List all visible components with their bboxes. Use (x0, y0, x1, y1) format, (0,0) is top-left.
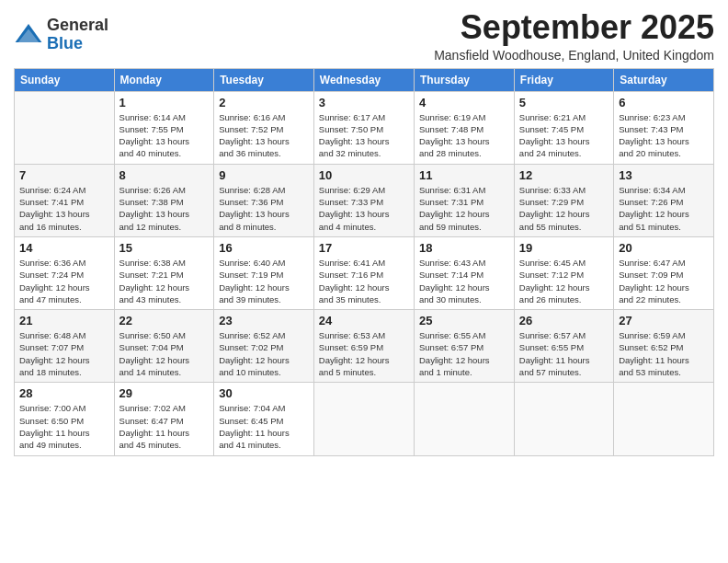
weekday-header-friday: Friday (514, 68, 613, 91)
day-number: 14 (19, 241, 109, 255)
calendar-cell: 10Sunrise: 6:29 AM Sunset: 7:33 PM Dayli… (313, 164, 414, 236)
calendar-cell: 24Sunrise: 6:53 AM Sunset: 6:59 PM Dayli… (313, 310, 414, 383)
day-number: 4 (419, 96, 509, 109)
calendar-cell: 13Sunrise: 6:34 AM Sunset: 7:26 PM Dayli… (614, 164, 714, 236)
calendar-cell: 12Sunrise: 6:33 AM Sunset: 7:29 PM Dayli… (514, 164, 613, 236)
day-info: Sunrise: 7:04 AM Sunset: 6:45 PM Dayligh… (219, 402, 309, 451)
weekday-header-tuesday: Tuesday (214, 68, 314, 91)
day-number: 27 (619, 314, 709, 327)
day-number: 25 (419, 314, 509, 327)
day-info: Sunrise: 6:23 AM Sunset: 7:43 PM Dayligh… (619, 111, 709, 160)
logo-blue: Blue (47, 34, 83, 52)
calendar-cell: 4Sunrise: 6:19 AM Sunset: 7:48 PM Daylig… (415, 91, 515, 164)
day-info: Sunrise: 6:14 AM Sunset: 7:55 PM Dayligh… (119, 111, 210, 160)
week-row-5: 28Sunrise: 7:00 AM Sunset: 6:50 PM Dayli… (15, 383, 714, 455)
day-number: 29 (119, 386, 210, 400)
day-number: 22 (119, 314, 210, 327)
calendar-cell: 21Sunrise: 6:48 AM Sunset: 7:07 PM Dayli… (15, 310, 115, 383)
calendar-table: SundayMondayTuesdayWednesdayThursdayFrid… (14, 68, 714, 456)
day-number: 21 (19, 314, 109, 327)
weekday-header-sunday: Sunday (15, 68, 115, 91)
calendar-cell: 11Sunrise: 6:31 AM Sunset: 7:31 PM Dayli… (415, 164, 515, 236)
day-number: 20 (619, 241, 709, 255)
calendar-cell (313, 383, 414, 455)
day-info: Sunrise: 6:48 AM Sunset: 7:07 PM Dayligh… (19, 329, 109, 378)
day-number: 1 (119, 96, 210, 109)
day-number: 10 (319, 168, 409, 182)
week-row-4: 21Sunrise: 6:48 AM Sunset: 7:07 PM Dayli… (15, 310, 714, 383)
weekday-header-row: SundayMondayTuesdayWednesdayThursdayFrid… (15, 68, 714, 91)
logo-icon (14, 20, 43, 50)
title-block: September 2025 Mansfield Woodhouse, Engl… (434, 9, 714, 63)
calendar-cell: 9Sunrise: 6:28 AM Sunset: 7:36 PM Daylig… (214, 164, 314, 236)
subtitle: Mansfield Woodhouse, England, United Kin… (434, 48, 714, 63)
calendar-cell: 30Sunrise: 7:04 AM Sunset: 6:45 PM Dayli… (214, 383, 314, 455)
calendar-cell: 27Sunrise: 6:59 AM Sunset: 6:52 PM Dayli… (614, 310, 714, 383)
day-info: Sunrise: 6:26 AM Sunset: 7:38 PM Dayligh… (119, 184, 210, 233)
week-row-3: 14Sunrise: 6:36 AM Sunset: 7:24 PM Dayli… (15, 236, 714, 309)
day-number: 17 (319, 241, 409, 255)
calendar-cell: 7Sunrise: 6:24 AM Sunset: 7:41 PM Daylig… (15, 164, 115, 236)
weekday-header-wednesday: Wednesday (313, 68, 414, 91)
calendar-cell: 28Sunrise: 7:00 AM Sunset: 6:50 PM Dayli… (15, 383, 115, 455)
day-number: 16 (219, 241, 309, 255)
calendar-cell: 18Sunrise: 6:43 AM Sunset: 7:14 PM Dayli… (415, 236, 515, 309)
weekday-header-thursday: Thursday (415, 68, 515, 91)
day-info: Sunrise: 6:53 AM Sunset: 6:59 PM Dayligh… (319, 329, 409, 378)
day-info: Sunrise: 6:17 AM Sunset: 7:50 PM Dayligh… (319, 111, 409, 160)
day-number: 19 (519, 241, 609, 255)
day-number: 5 (519, 96, 609, 109)
day-info: Sunrise: 6:36 AM Sunset: 7:24 PM Dayligh… (19, 257, 109, 305)
day-info: Sunrise: 6:45 AM Sunset: 7:12 PM Dayligh… (519, 257, 609, 305)
day-number: 15 (119, 241, 210, 255)
day-number: 2 (219, 96, 309, 109)
week-row-2: 7Sunrise: 6:24 AM Sunset: 7:41 PM Daylig… (15, 164, 714, 236)
day-number: 9 (219, 168, 309, 182)
day-info: Sunrise: 6:34 AM Sunset: 7:26 PM Dayligh… (619, 184, 709, 233)
calendar-cell: 26Sunrise: 6:57 AM Sunset: 6:55 PM Dayli… (514, 310, 613, 383)
calendar-cell (514, 383, 613, 455)
day-number: 6 (619, 96, 709, 109)
day-number: 30 (219, 386, 309, 400)
logo-text: General Blue (47, 17, 108, 53)
calendar-cell: 25Sunrise: 6:55 AM Sunset: 6:57 PM Dayli… (415, 310, 515, 383)
logo: General Blue (14, 17, 108, 53)
day-number: 8 (119, 168, 210, 182)
logo-general: General (47, 16, 108, 34)
day-info: Sunrise: 6:31 AM Sunset: 7:31 PM Dayligh… (419, 184, 509, 233)
day-info: Sunrise: 6:16 AM Sunset: 7:52 PM Dayligh… (219, 111, 309, 160)
calendar-cell: 8Sunrise: 6:26 AM Sunset: 7:38 PM Daylig… (114, 164, 214, 236)
calendar-cell: 20Sunrise: 6:47 AM Sunset: 7:09 PM Dayli… (614, 236, 714, 309)
calendar-cell: 23Sunrise: 6:52 AM Sunset: 7:02 PM Dayli… (214, 310, 314, 383)
calendar-cell: 15Sunrise: 6:38 AM Sunset: 7:21 PM Dayli… (114, 236, 214, 309)
day-info: Sunrise: 7:02 AM Sunset: 6:47 PM Dayligh… (119, 402, 210, 451)
day-number: 3 (319, 96, 409, 109)
calendar-cell: 19Sunrise: 6:45 AM Sunset: 7:12 PM Dayli… (514, 236, 613, 309)
day-info: Sunrise: 6:40 AM Sunset: 7:19 PM Dayligh… (219, 257, 309, 305)
day-number: 23 (219, 314, 309, 327)
page-header: General Blue September 2025 Mansfield Wo… (14, 9, 714, 63)
calendar-cell: 17Sunrise: 6:41 AM Sunset: 7:16 PM Dayli… (313, 236, 414, 309)
day-info: Sunrise: 6:52 AM Sunset: 7:02 PM Dayligh… (219, 329, 309, 378)
day-number: 24 (319, 314, 409, 327)
day-info: Sunrise: 6:41 AM Sunset: 7:16 PM Dayligh… (319, 257, 409, 305)
day-info: Sunrise: 6:43 AM Sunset: 7:14 PM Dayligh… (419, 257, 509, 305)
day-info: Sunrise: 6:47 AM Sunset: 7:09 PM Dayligh… (619, 257, 709, 305)
day-info: Sunrise: 6:28 AM Sunset: 7:36 PM Dayligh… (219, 184, 309, 233)
calendar-cell: 14Sunrise: 6:36 AM Sunset: 7:24 PM Dayli… (15, 236, 115, 309)
weekday-header-saturday: Saturday (614, 68, 714, 91)
calendar-cell: 3Sunrise: 6:17 AM Sunset: 7:50 PM Daylig… (313, 91, 414, 164)
calendar-cell: 16Sunrise: 6:40 AM Sunset: 7:19 PM Dayli… (214, 236, 314, 309)
day-number: 28 (19, 386, 109, 400)
day-info: Sunrise: 6:29 AM Sunset: 7:33 PM Dayligh… (319, 184, 409, 233)
day-info: Sunrise: 6:57 AM Sunset: 6:55 PM Dayligh… (519, 329, 609, 378)
calendar-cell: 1Sunrise: 6:14 AM Sunset: 7:55 PM Daylig… (114, 91, 214, 164)
day-number: 13 (619, 168, 709, 182)
week-row-1: 1Sunrise: 6:14 AM Sunset: 7:55 PM Daylig… (15, 91, 714, 164)
day-info: Sunrise: 7:00 AM Sunset: 6:50 PM Dayligh… (19, 402, 109, 451)
day-number: 12 (519, 168, 609, 182)
calendar-cell (15, 91, 115, 164)
calendar-cell (614, 383, 714, 455)
calendar-cell: 22Sunrise: 6:50 AM Sunset: 7:04 PM Dayli… (114, 310, 214, 383)
day-info: Sunrise: 6:24 AM Sunset: 7:41 PM Dayligh… (19, 184, 109, 233)
